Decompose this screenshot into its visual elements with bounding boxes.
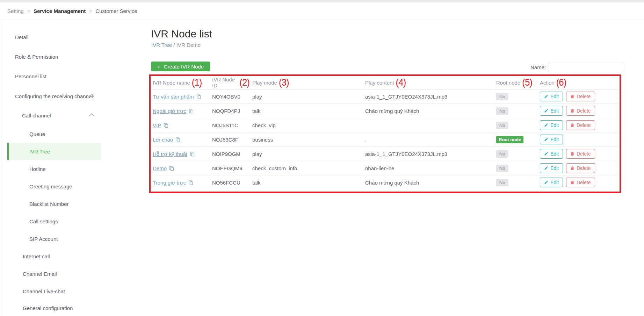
delete-button[interactable]: Delete <box>566 92 595 101</box>
edit-button-label: Edit <box>550 151 559 157</box>
sidebar-item-ivr-tree[interactable]: IVR Tree <box>7 143 101 160</box>
edit-button[interactable]: Edit <box>540 149 563 159</box>
sidebar-item-label: SIP Account <box>29 236 58 242</box>
edit-button[interactable]: Edit <box>540 120 563 130</box>
window-top-divider <box>0 0 644 2</box>
node-id-cell: NOJ5S11C <box>212 122 252 128</box>
trash-icon <box>570 109 574 113</box>
copy-icon[interactable] <box>190 152 195 157</box>
create-ivr-node-button[interactable]: + Create IVR Node <box>151 62 210 71</box>
sidebar-item-role-permission[interactable]: Role & Permission <box>1 48 151 65</box>
page-title: IVR Node list <box>151 28 212 40</box>
node-name-link[interactable]: Trong giờ trực <box>153 180 186 186</box>
sidebar-item-configuring-receiving-channel[interactable]: Configuring the receiving channel <box>1 87 151 105</box>
sidebar: Detail Role & Permission Personnel list … <box>1 20 151 316</box>
sidebar-item-label: Personnel list <box>15 73 46 79</box>
sidebar-item-call-channel[interactable]: Call channel <box>1 107 151 124</box>
copy-icon[interactable] <box>175 137 180 142</box>
name-filter-label: Name: <box>530 64 546 70</box>
play-content-cell: Chào mừng quý Khách <box>365 108 496 114</box>
sidebar-item-personnel-list[interactable]: Personnel list <box>1 67 151 85</box>
edit-button-label: Edit <box>550 108 559 114</box>
copy-icon[interactable] <box>164 123 168 128</box>
trash-icon <box>570 123 574 127</box>
sidebar-item-channel-live-chat[interactable]: Channel Live-chat <box>1 282 151 300</box>
sidebar-item-detail[interactable]: Detail <box>1 28 151 46</box>
annotation-1: (1) <box>192 78 202 87</box>
sidebar-item-label: Queue <box>29 131 45 137</box>
trash-icon <box>570 94 574 99</box>
pencil-icon <box>544 180 548 185</box>
sidebar-item-call-settings[interactable]: Call settings <box>1 213 151 230</box>
delete-button[interactable]: Delete <box>566 178 595 187</box>
node-id-cell: NOJ53C8F <box>212 137 252 143</box>
node-id-cell: NOQFD4PJ <box>212 108 252 114</box>
column-header-label: Root node <box>496 80 520 86</box>
sub-breadcrumb: IVR Tree / IVR Demo <box>151 42 201 48</box>
copy-icon[interactable] <box>189 109 194 114</box>
pencil-icon <box>544 137 548 142</box>
play-mode-cell: check_custom_info <box>252 165 365 171</box>
annotation-3: (3) <box>279 78 289 87</box>
sidebar-item-queue[interactable]: Queue <box>1 125 151 143</box>
edit-button[interactable]: Edit <box>540 178 563 187</box>
delete-button[interactable]: Delete <box>566 163 595 173</box>
table-row: Ngoài giờ trực NOQFD4PJ talk Chào mừng q… <box>153 104 618 118</box>
delete-button[interactable]: Delete <box>566 149 595 159</box>
chevron-up-icon[interactable] <box>89 113 95 119</box>
sidebar-item-greeting-message[interactable]: Greeting message <box>1 178 151 195</box>
node-id-cell: NOEEGQM9 <box>212 165 252 171</box>
pencil-icon <box>544 166 548 170</box>
column-header-root-node: Root node(5) <box>496 78 540 87</box>
sidebar-item-general-configuration[interactable]: General configuration <box>1 299 151 316</box>
column-header-label: Action <box>540 80 555 86</box>
annotation-4: (4) <box>396 78 406 87</box>
breadcrumb-item-setting[interactable]: Setting <box>7 8 24 14</box>
copy-icon[interactable] <box>169 166 174 171</box>
sidebar-item-channel-email[interactable]: Channel Email <box>1 265 151 282</box>
edit-button[interactable]: Edit <box>540 106 563 116</box>
play-content-cell: asia-1_1_GTJY0EO24X373JL.mp3 <box>365 151 496 157</box>
sidebar-item-sip-account[interactable]: SIP Account <box>1 230 151 247</box>
table-row: Hỗ trợ kỹ thuật NOIP9OGM play asia-1_1_G… <box>153 147 618 161</box>
ivr-tree-link[interactable]: IVR Tree <box>151 42 172 48</box>
play-content-cell: nhan-lien-he <box>365 165 496 171</box>
root-node-badge: Root node <box>496 136 523 143</box>
delete-button-label: Delete <box>577 180 591 185</box>
column-header-label: IVR Node ID <box>212 77 238 88</box>
sub-breadcrumb-current: IVR Demo <box>176 42 201 48</box>
delete-button[interactable]: Delete <box>566 120 595 130</box>
edit-button[interactable]: Edit <box>540 163 563 173</box>
root-node-badge: No <box>496 122 508 129</box>
copy-icon[interactable] <box>196 94 201 99</box>
node-name-link[interactable]: Tư vấn sản phẩm <box>153 94 194 100</box>
edit-button[interactable]: Edit <box>540 92 563 101</box>
annotation-6: (6) <box>556 78 566 87</box>
annotation-rectangle: IVR Node name(1) IVR Node ID(2) Play mod… <box>149 74 621 193</box>
delete-button-label: Delete <box>577 94 591 99</box>
node-name-link[interactable]: Lời chào <box>153 137 173 143</box>
node-name-link[interactable]: Hỗ trợ kỹ thuật <box>153 151 187 157</box>
node-name-link[interactable]: VIP <box>153 122 161 128</box>
delete-button-label: Delete <box>577 165 591 171</box>
play-mode-cell: business <box>252 137 365 143</box>
node-name-link[interactable]: Ngoài giờ trực <box>153 108 186 114</box>
node-id-cell: NO56FCCU <box>212 180 252 186</box>
column-header-label: IVR Node name <box>153 80 190 86</box>
copy-icon[interactable] <box>188 180 193 185</box>
node-name-link[interactable]: Demo <box>153 165 167 171</box>
play-mode-cell: talk <box>252 108 365 114</box>
trash-icon <box>570 180 574 185</box>
name-filter-input[interactable] <box>549 62 624 72</box>
edit-button-label: Edit <box>550 137 559 142</box>
table-row: Lời chào NOJ53C8F business . Root node E… <box>153 132 618 147</box>
edit-button[interactable]: Edit <box>540 135 563 144</box>
breadcrumb-item-service-management[interactable]: Service Management <box>34 8 86 14</box>
play-content-cell: asia-1_1_GTJY0EO24X373JL.mp3 <box>365 94 496 100</box>
table-row: Trong giờ trực NO56FCCU talk Chào mừng q… <box>153 175 618 189</box>
sidebar-item-blacklist-number[interactable]: Blacklist Number <box>1 195 151 213</box>
edit-button-label: Edit <box>550 122 559 128</box>
sidebar-item-internet-call[interactable]: Internet call <box>1 247 151 265</box>
delete-button[interactable]: Delete <box>566 106 595 116</box>
sidebar-item-hotline[interactable]: Hotline <box>1 160 151 178</box>
